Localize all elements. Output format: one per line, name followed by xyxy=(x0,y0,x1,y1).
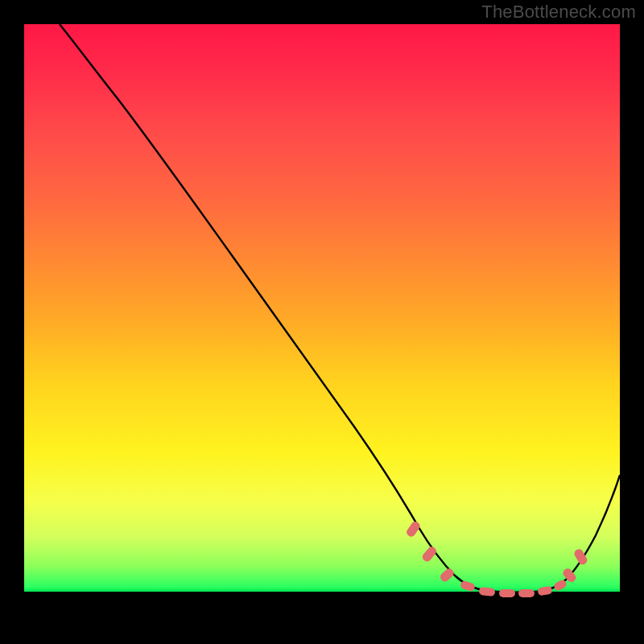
svg-rect-7 xyxy=(537,586,552,597)
svg-rect-6 xyxy=(518,589,535,597)
chart-frame: TheBottleneck.com xyxy=(0,0,644,644)
bottleneck-curve xyxy=(60,24,620,592)
curve-layer xyxy=(24,24,620,620)
svg-rect-4 xyxy=(479,587,496,597)
watermark-text: TheBottleneck.com xyxy=(481,2,636,23)
plot-area xyxy=(24,24,620,620)
svg-rect-2 xyxy=(439,567,456,583)
svg-rect-5 xyxy=(499,589,515,597)
valley-markers xyxy=(405,520,588,597)
